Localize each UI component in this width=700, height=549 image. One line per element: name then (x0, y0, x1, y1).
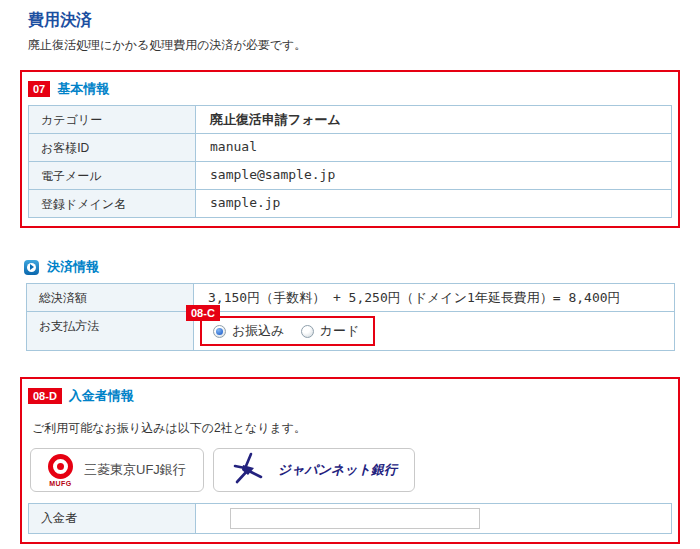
table-row: お客様ID manual (29, 134, 671, 162)
section-arrow-icon (24, 260, 39, 275)
radio-option-card[interactable]: カード (301, 322, 360, 340)
radio-icon-unselected[interactable] (301, 325, 314, 338)
radio-label: カード (320, 322, 360, 340)
row-label: 登録ドメイン名 (29, 190, 196, 217)
bank-name: ジャパンネット銀行 (278, 461, 397, 479)
basic-info-header: 07 基本情報 (28, 77, 672, 105)
row-label: 入金者 (29, 504, 196, 533)
payer-input-cell (196, 504, 671, 533)
table-row: 電子メール sample@sample.jp (29, 162, 671, 190)
step-badge-07: 07 (28, 81, 50, 97)
row-value: manual (196, 134, 671, 161)
payment-method-cell: 08-C お振込み カード (194, 312, 674, 350)
table-row: 登録ドメイン名 sample.jp (29, 190, 671, 218)
radio-option-bank-transfer[interactable]: お振込み (213, 322, 285, 340)
row-label: 総決済額 (27, 284, 194, 311)
japannet-logo-icon (231, 452, 267, 489)
radio-label: お振込み (232, 322, 285, 340)
mufg-logo-icon: MUFG (48, 454, 73, 487)
basic-info-title: 基本情報 (57, 80, 109, 98)
table-row: 入金者 (29, 504, 671, 534)
payer-info-title: 入金者情報 (69, 387, 134, 405)
step-badge-08d: 08-D (28, 388, 62, 404)
page-subtitle: 廃止復活処理にかかる処理費用の決済が必要です。 (28, 37, 700, 54)
payment-section-title: 決済情報 (47, 258, 99, 276)
payer-info-header: 08-D 入金者情報 (28, 384, 672, 412)
payer-table: 入金者 (28, 503, 672, 534)
page-title: 費用決済 (28, 10, 700, 31)
payment-method-highlight-box: 08-C お振込み カード (200, 316, 375, 346)
total-amount-value: 3,150円（手数料） + 5,250円（ドメイン1年延長費用）= 8,400円 (194, 284, 674, 311)
bank-card-mufg: MUFG 三菱東京UFJ銀行 (30, 448, 204, 492)
row-value: 廃止復活申請フォーム (196, 106, 671, 133)
row-label: お支払方法 (27, 312, 194, 350)
payment-table: 総決済額 3,150円（手数料） + 5,250円（ドメイン1年延長費用）= 8… (26, 283, 675, 351)
bank-name: 三菱東京UFJ銀行 (84, 461, 186, 479)
row-label: 電子メール (29, 162, 196, 189)
row-value: sample@sample.jp (196, 162, 671, 189)
payment-section-heading: 決済情報 (24, 258, 700, 276)
bank-logo-row: MUFG 三菱東京UFJ銀行 ジャパンネット銀行 (30, 448, 672, 492)
row-value: sample.jp (196, 190, 671, 217)
row-label: カテゴリー (29, 106, 196, 133)
bank-card-japannet: ジャパンネット銀行 (213, 448, 415, 492)
basic-info-table: カテゴリー 廃止復活申請フォーム お客様ID manual 電子メール samp… (28, 105, 672, 218)
row-label: お客様ID (29, 134, 196, 161)
table-row: お支払方法 08-C お振込み カード (27, 312, 674, 351)
payer-info-box: 08-D 入金者情報 ご利用可能なお振り込みは以下の2社となります。 MUFG … (20, 377, 680, 544)
table-row: カテゴリー 廃止復活申請フォーム (29, 106, 671, 134)
radio-icon-selected[interactable] (213, 325, 226, 338)
payer-note: ご利用可能なお振り込みは以下の2社となります。 (32, 420, 670, 437)
payer-name-input[interactable] (230, 508, 480, 529)
basic-info-box: 07 基本情報 カテゴリー 廃止復活申請フォーム お客様ID manual 電子… (20, 70, 680, 228)
table-row: 総決済額 3,150円（手数料） + 5,250円（ドメイン1年延長費用）= 8… (27, 284, 674, 312)
step-badge-08c: 08-C (186, 305, 220, 321)
